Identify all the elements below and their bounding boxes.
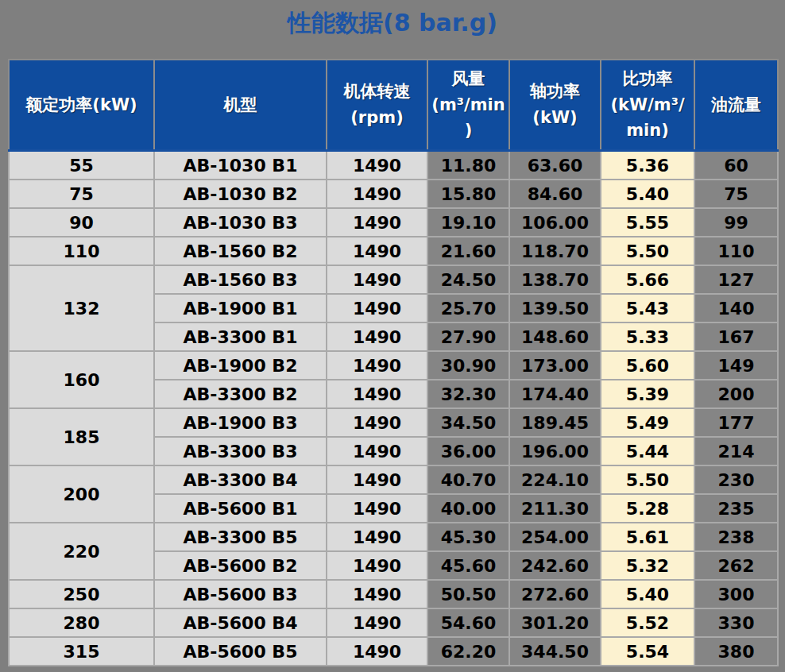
flow-cell: 50.50 — [427, 580, 509, 608]
rated-power-cell: 185 — [9, 408, 154, 465]
model-cell: AB-1560 B3 — [154, 265, 327, 294]
table-row: 185AB-1900 B3149034.50189.455.49177 — [9, 408, 778, 437]
model-cell: AB-1900 B2 — [154, 351, 327, 380]
shaft-cell: 118.70 — [509, 237, 601, 265]
model-cell: AB-5600 B2 — [154, 551, 327, 580]
oil-cell: 380 — [694, 637, 778, 666]
flow-cell: 40.00 — [427, 494, 509, 523]
rated-power-cell: 315 — [9, 637, 154, 666]
page-title: 性能数据(8 bar.g) — [0, 8, 785, 38]
rated-power-cell: 160 — [9, 351, 154, 408]
specific-cell: 5.49 — [601, 408, 694, 437]
model-cell: AB-1030 B2 — [154, 180, 327, 208]
oil-cell: 99 — [694, 208, 778, 237]
rpm-cell: 1490 — [327, 523, 427, 551]
shaft-cell: 344.50 — [509, 637, 601, 666]
rated-power-cell: 90 — [9, 208, 154, 237]
shaft-cell: 139.50 — [509, 294, 601, 322]
rated-power-cell: 280 — [9, 608, 154, 637]
rpm-cell: 1490 — [327, 637, 427, 666]
rpm-cell: 1490 — [327, 380, 427, 408]
header-row: 额定功率(kW) 机型 机体转速 (rpm) 风量 (m³/min ) 轴功率 … — [9, 60, 778, 151]
model-cell: AB-5600 B4 — [154, 608, 327, 637]
model-cell: AB-1030 B1 — [154, 151, 327, 180]
shaft-cell: 272.60 — [509, 580, 601, 608]
shaft-cell: 106.00 — [509, 208, 601, 237]
rpm-cell: 1490 — [327, 265, 427, 294]
model-cell: AB-3300 B2 — [154, 380, 327, 408]
specific-cell: 5.66 — [601, 265, 694, 294]
table-row: 315AB-5600 B5149062.20344.505.54380 — [9, 637, 778, 666]
flow-cell: 36.00 — [427, 437, 509, 465]
rated-power-cell: 250 — [9, 580, 154, 608]
flow-cell: 54.60 — [427, 608, 509, 637]
model-cell: AB-1900 B3 — [154, 408, 327, 437]
table-row: 250AB-5600 B3149050.50272.605.40300 — [9, 580, 778, 608]
rpm-cell: 1490 — [327, 208, 427, 237]
flow-cell: 45.60 — [427, 551, 509, 580]
shaft-cell: 242.60 — [509, 551, 601, 580]
oil-cell: 60 — [694, 151, 778, 180]
rated-power-cell: 110 — [9, 237, 154, 265]
table-row: 200AB-3300 B4149040.70224.105.50230 — [9, 465, 778, 494]
specific-cell: 5.61 — [601, 523, 694, 551]
rpm-cell: 1490 — [327, 294, 427, 322]
rpm-cell: 1490 — [327, 237, 427, 265]
specific-cell: 5.55 — [601, 208, 694, 237]
header-specific-power: 比功率 (kW/m³/ min) — [601, 60, 694, 151]
rpm-cell: 1490 — [327, 151, 427, 180]
rpm-cell: 1490 — [327, 408, 427, 437]
flow-cell: 40.70 — [427, 465, 509, 494]
shaft-cell: 148.60 — [509, 322, 601, 351]
oil-cell: 127 — [694, 265, 778, 294]
specific-cell: 5.50 — [601, 237, 694, 265]
specific-cell: 5.50 — [601, 465, 694, 494]
oil-cell: 110 — [694, 237, 778, 265]
flow-cell: 32.30 — [427, 380, 509, 408]
page: 性能数据(8 bar.g) 额定功率(kW) 机型 机体转速 (rpm) 风量 … — [0, 8, 785, 666]
shaft-cell: 138.70 — [509, 265, 601, 294]
rpm-cell: 1490 — [327, 180, 427, 208]
table-row: 75AB-1030 B2149015.8084.605.4075 — [9, 180, 778, 208]
shaft-cell: 189.45 — [509, 408, 601, 437]
rpm-cell: 1490 — [327, 608, 427, 637]
table-header: 额定功率(kW) 机型 机体转速 (rpm) 风量 (m³/min ) 轴功率 … — [9, 60, 778, 151]
rpm-cell: 1490 — [327, 551, 427, 580]
rated-power-cell: 75 — [9, 180, 154, 208]
header-rpm: 机体转速 (rpm) — [327, 60, 427, 151]
shaft-cell: 211.30 — [509, 494, 601, 523]
oil-cell: 149 — [694, 351, 778, 380]
specific-cell: 5.52 — [601, 608, 694, 637]
specific-cell: 5.32 — [601, 551, 694, 580]
specific-cell: 5.43 — [601, 294, 694, 322]
flow-cell: 30.90 — [427, 351, 509, 380]
rated-power-cell: 200 — [9, 465, 154, 523]
oil-cell: 140 — [694, 294, 778, 322]
rpm-cell: 1490 — [327, 322, 427, 351]
flow-cell: 25.70 — [427, 294, 509, 322]
specific-cell: 5.54 — [601, 637, 694, 666]
table-row: 280AB-5600 B4149054.60301.205.52330 — [9, 608, 778, 637]
oil-cell: 167 — [694, 322, 778, 351]
header-oil-flow: 油流量 — [694, 60, 778, 151]
oil-cell: 238 — [694, 523, 778, 551]
model-cell: AB-1560 B2 — [154, 237, 327, 265]
header-model: 机型 — [154, 60, 327, 151]
flow-cell: 11.80 — [427, 151, 509, 180]
oil-cell: 200 — [694, 380, 778, 408]
model-cell: AB-3300 B3 — [154, 437, 327, 465]
header-shaft-power: 轴功率 (kW) — [509, 60, 601, 151]
shaft-cell: 63.60 — [509, 151, 601, 180]
model-cell: AB-3300 B1 — [154, 322, 327, 351]
specific-cell: 5.40 — [601, 580, 694, 608]
flow-cell: 27.90 — [427, 322, 509, 351]
specific-cell: 5.33 — [601, 322, 694, 351]
specific-cell: 5.36 — [601, 151, 694, 180]
oil-cell: 300 — [694, 580, 778, 608]
model-cell: AB-1030 B3 — [154, 208, 327, 237]
oil-cell: 262 — [694, 551, 778, 580]
flow-cell: 45.30 — [427, 523, 509, 551]
table-row: 110AB-1560 B2149021.60118.705.50110 — [9, 237, 778, 265]
model-cell: AB-5600 B1 — [154, 494, 327, 523]
table-row: 160AB-1900 B2149030.90173.005.60149 — [9, 351, 778, 380]
